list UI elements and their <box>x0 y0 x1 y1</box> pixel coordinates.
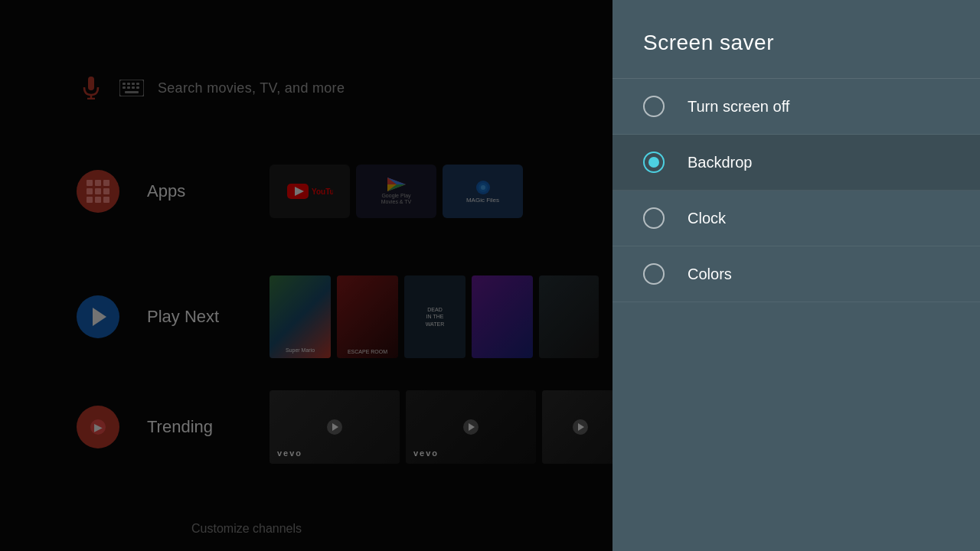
customize-channels-button[interactable]: Customize channels <box>191 522 302 536</box>
apps-tiles: YouTube Google PlayMovies & TV <box>270 165 523 218</box>
apps-section: Apps YouTube <box>0 165 612 218</box>
radio-turn-screen-off <box>643 96 665 117</box>
option-label-clock: Clock <box>688 210 726 227</box>
apps-label: Apps <box>147 181 254 201</box>
screen-saver-header: Screen saver <box>612 0 980 79</box>
svg-rect-11 <box>136 86 139 89</box>
svg-rect-4 <box>122 83 126 85</box>
play-icon-1 <box>327 419 342 435</box>
trending-thumb-3[interactable] <box>542 390 612 464</box>
option-turn-screen-off[interactable]: Turn screen off <box>612 79 980 135</box>
svg-rect-12 <box>125 91 139 93</box>
play-next-section: Play Next Super Mario ESCAPE ROOM DEADIN… <box>0 276 612 358</box>
svg-text:▶: ▶ <box>94 421 103 433</box>
play-icon-2 <box>463 419 479 435</box>
option-backdrop[interactable]: Backdrop <box>612 135 980 191</box>
google-play-movies-tile[interactable]: Google PlayMovies & TV <box>356 165 436 218</box>
trending-thumbs: vevo vevo <box>270 390 612 464</box>
mic-icon[interactable] <box>77 73 106 103</box>
svg-rect-9 <box>127 86 130 89</box>
trending-label: Trending <box>147 417 254 437</box>
search-input-placeholder: Search movies, TV, and more <box>158 80 345 96</box>
search-bar[interactable]: Search movies, TV, and more <box>77 69 582 107</box>
option-colors[interactable]: Colors <box>612 246 980 302</box>
youtube-app-tile[interactable]: YouTube <box>270 165 350 218</box>
screen-saver-options: Turn screen off Backdrop Clock Colors <box>612 79 980 302</box>
magic-files-tile[interactable]: MAGic Files <box>443 165 523 218</box>
radio-dot-backdrop <box>648 157 659 168</box>
movie-tile-escape-room[interactable]: ESCAPE ROOM <box>337 276 398 358</box>
keyboard-icon[interactable] <box>118 74 145 102</box>
trending-thumb-2[interactable]: vevo <box>406 390 536 464</box>
radio-backdrop <box>643 152 665 173</box>
svg-rect-5 <box>127 83 130 85</box>
screen-saver-panel: Screen saver Turn screen off Backdrop Cl… <box>612 0 980 551</box>
option-label-colors: Colors <box>688 266 732 283</box>
vevo-label-2: vevo <box>413 448 439 458</box>
movie-tile-4[interactable] <box>472 276 533 358</box>
radio-clock <box>643 207 665 229</box>
option-label-turn-screen-off: Turn screen off <box>688 98 789 116</box>
radio-colors <box>643 263 665 285</box>
movie-tile-mario[interactable]: Super Mario <box>270 276 331 358</box>
option-clock[interactable]: Clock <box>612 191 980 246</box>
svg-rect-10 <box>132 86 135 89</box>
option-label-backdrop: Backdrop <box>688 154 753 171</box>
trending-icon[interactable]: ▶ <box>77 406 119 448</box>
trending-thumb-1[interactable]: vevo <box>270 390 400 464</box>
vevo-label-1: vevo <box>277 448 302 458</box>
svg-text:YouTube: YouTube <box>312 187 333 196</box>
svg-rect-8 <box>122 86 126 89</box>
play-icon-3 <box>573 419 588 435</box>
movie-tile-5[interactable] <box>539 276 599 358</box>
play-next-icon[interactable] <box>77 295 119 338</box>
play-next-tiles: Super Mario ESCAPE ROOM DEADIN THEWATER <box>270 276 599 358</box>
left-panel: Search movies, TV, and more Apps <box>0 0 612 551</box>
svg-point-23 <box>481 185 485 190</box>
play-next-label: Play Next <box>147 307 254 327</box>
svg-rect-6 <box>132 83 135 85</box>
screen-saver-title: Screen saver <box>643 31 949 55</box>
svg-rect-7 <box>136 83 139 85</box>
svg-rect-0 <box>88 77 94 90</box>
movie-tile-dead-water[interactable]: DEADIN THEWATER <box>404 276 466 358</box>
trending-section: ▶ Trending vevo vevo <box>0 390 612 464</box>
apps-icon[interactable] <box>77 170 119 213</box>
